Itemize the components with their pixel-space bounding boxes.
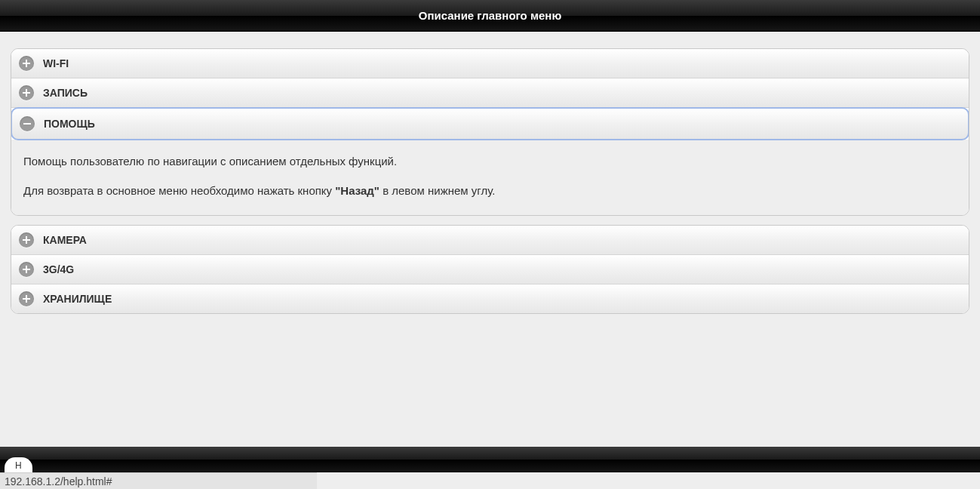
accordion-group-1: WI-FI ЗАПИСЬ ПОМОЩЬ xyxy=(11,48,969,216)
footer-bar: Н xyxy=(0,447,980,472)
accordion-label: WI-FI xyxy=(43,57,69,69)
minus-icon xyxy=(20,116,35,131)
page-title: Описание главного меню xyxy=(419,9,562,22)
help-text-line2: Для возврата в основное меню необходимо … xyxy=(23,183,957,198)
accordion-header-camera[interactable]: КАМЕРА xyxy=(11,226,969,254)
accordion-item-3g4g: 3G/4G xyxy=(11,255,969,284)
plus-icon xyxy=(19,232,34,248)
accordion-label: 3G/4G xyxy=(43,263,74,275)
accordion-item-camera: КАМЕРА xyxy=(11,226,969,255)
status-bar: 192.168.1.2/help.html# xyxy=(0,472,317,489)
plus-icon xyxy=(19,56,34,71)
footer-tab-text: Н xyxy=(15,460,22,471)
status-url: 192.168.1.2/help.html# xyxy=(5,475,112,487)
accordion-header-help[interactable]: ПОМОЩЬ xyxy=(11,107,969,140)
accordion-item-record: ЗАПИСЬ xyxy=(11,78,969,108)
help-text-fragment: в левом нижнем углу. xyxy=(379,184,495,197)
main-content: WI-FI ЗАПИСЬ ПОМОЩЬ xyxy=(0,32,980,334)
accordion-item-help: ПОМОЩЬ Помощь пользователю по навигации … xyxy=(11,107,969,215)
help-text-fragment: Для возврата в основное меню необходимо … xyxy=(23,184,335,197)
accordion-item-storage: ХРАНИЛИЩЕ xyxy=(11,284,969,313)
accordion-item-wifi: WI-FI xyxy=(11,49,969,78)
plus-icon xyxy=(19,85,34,100)
accordion-header-record[interactable]: ЗАПИСЬ xyxy=(11,78,969,107)
accordion-label: ХРАНИЛИЩЕ xyxy=(43,293,112,305)
footer-tab[interactable]: Н xyxy=(5,457,32,472)
accordion-header-3g4g[interactable]: 3G/4G xyxy=(11,255,969,284)
plus-icon xyxy=(19,262,34,277)
accordion-body-help: Помощь пользователю по навигации с описа… xyxy=(11,140,969,215)
accordion-label: КАМЕРА xyxy=(43,234,87,246)
accordion-label: ПОМОЩЬ xyxy=(44,118,95,130)
accordion-header-storage[interactable]: ХРАНИЛИЩЕ xyxy=(11,284,969,313)
accordion-header-wifi[interactable]: WI-FI xyxy=(11,49,969,78)
help-text-line1: Помощь пользователю по навигации с описа… xyxy=(23,153,957,169)
plus-icon xyxy=(19,291,34,306)
page-header: Описание главного меню xyxy=(0,0,980,32)
accordion-label: ЗАПИСЬ xyxy=(43,87,88,99)
accordion-group-2: КАМЕРА 3G/4G ХРАНИЛИЩЕ xyxy=(11,225,969,314)
help-text-bold: "Назад" xyxy=(335,184,379,197)
